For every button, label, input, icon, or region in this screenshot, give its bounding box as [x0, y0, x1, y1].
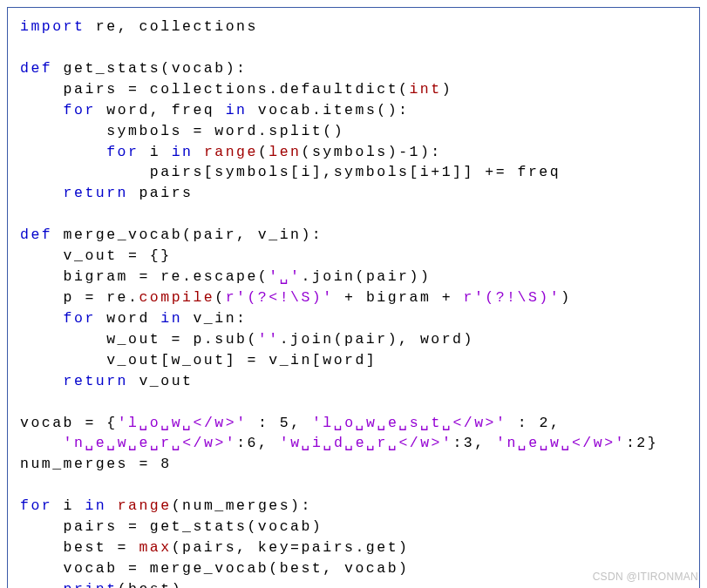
- watermark: CSDN @ITIRONMAN: [593, 571, 698, 583]
- kw-def: def: [20, 60, 52, 77]
- kw-import: import: [20, 18, 85, 35]
- code-block-frame: import re, collections def get_stats(voc…: [7, 7, 700, 588]
- code-block: import re, collections def get_stats(voc…: [20, 17, 694, 588]
